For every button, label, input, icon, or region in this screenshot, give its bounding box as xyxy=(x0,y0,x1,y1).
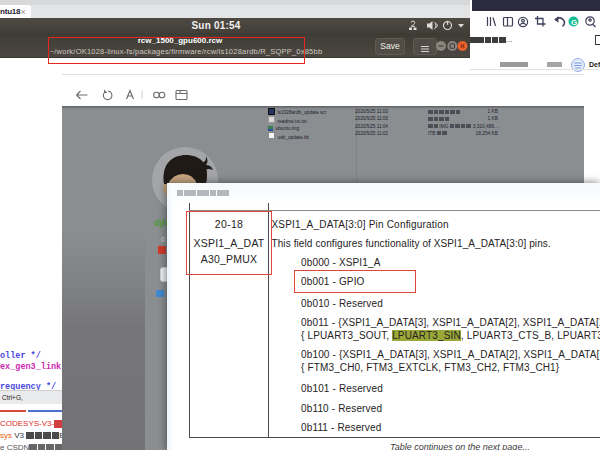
svg-text:G: G xyxy=(571,18,577,27)
